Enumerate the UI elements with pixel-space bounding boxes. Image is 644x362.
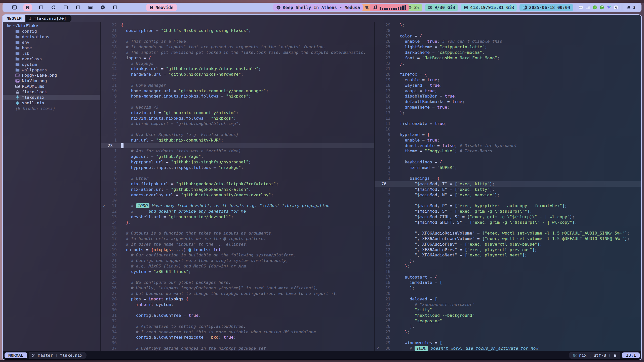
code-line[interactable]: 21 # Configs can support more than a sin… — [101, 258, 374, 263]
code-line[interactable]: 29 inherit system; — [101, 302, 374, 307]
code-line[interactable]: 25 # We configure our global packages he… — [101, 280, 374, 285]
code-line[interactable]: 15 defaultBookmarks = true; — [375, 99, 641, 105]
code-line[interactable]: 24 "nextcloud --background" — [375, 313, 641, 318]
code-line[interactable]: 23 font = "JetBrainsMono Nerd Font Mono"… — [375, 55, 641, 61]
code-line[interactable]: 18 immediate = [ — [375, 280, 641, 285]
code-line[interactable]: 34 # I read somewhere that this is more … — [101, 329, 374, 335]
tree-item-wallpapers[interactable]: wallpapers — [3, 67, 100, 73]
code-line[interactable]: 9 home-manager.inputs.nixpkgs.follows = … — [101, 94, 374, 99]
tree-item-flake-lock[interactable]: flake.lock — [3, 89, 100, 95]
code-line[interactable]: 14 nixpkgs.url = "github:nixos/nixpkgs/n… — [101, 66, 374, 72]
vpn-icon[interactable] — [607, 5, 611, 10]
code-line[interactable]: 26 # Usually, "nixpkgs.legacyPackages.${… — [101, 285, 374, 291]
keepassxc-icon[interactable] — [599, 5, 604, 10]
tree-item-nixvim-png[interactable]: NixVim.png — [3, 78, 100, 84]
code-line[interactable]: 21 delayed = [ — [375, 296, 641, 302]
code-line[interactable]: 4 "$mainMod, P" = ["exec, hyprpicker --a… — [375, 203, 641, 209]
code-line[interactable]: 27 }; — [375, 329, 641, 335]
code-line[interactable]: 10 — [375, 126, 641, 132]
code-line[interactable]: 5 — [101, 170, 374, 176]
code-line[interactable]: 17 autostart = { — [375, 275, 641, 280]
code-line[interactable]: 17 # To handle extra arguments we use th… — [101, 236, 374, 242]
workspace-empty-icon[interactable] — [38, 4, 44, 11]
clock-pill[interactable]: 2025-06-18 00:04 — [519, 4, 573, 11]
media-pill[interactable]: Keep Shelly In Athens - Medusa — [273, 4, 363, 11]
code-line[interactable]: 16 # Outputs is a function that takes th… — [101, 231, 374, 236]
check-circle-icon[interactable] — [592, 5, 597, 10]
code-line[interactable]: 22 # e.g. NixOS (linux) and MacOS (darwi… — [101, 263, 374, 269]
code-line[interactable]: 27 # but because we want to change the n… — [101, 291, 374, 296]
code-line[interactable]: 4 keybindings = { — [375, 159, 641, 165]
code-line[interactable]: 13 }; — [375, 110, 641, 116]
code-line[interactable]: ✓30 # TODO Doesn't work, use focus_on_ac… — [375, 346, 641, 351]
code-line[interactable]: 11 fish.enable = true; — [375, 121, 641, 126]
code-line[interactable]: 2 # Nix User Repository (e.g. Firefox ad… — [101, 132, 374, 138]
workspace-empty-icon[interactable] — [112, 4, 118, 11]
code-line[interactable]: 1 # Ags for widgets (this was a terrible… — [101, 148, 374, 154]
code-line[interactable]: 26 enable = true; # You can't disable th… — [375, 39, 641, 44]
code-line[interactable]: 25 lightScheme = "catppuccin-latte"; — [375, 44, 641, 50]
code-line[interactable]: 22 }; — [375, 61, 641, 66]
code-line[interactable]: 16 — [375, 269, 641, 275]
code-line[interactable]: 2 — [375, 170, 641, 176]
code-line[interactable]: 37 # Overlays define changes in the nixp… — [101, 346, 374, 351]
tree-item-flake-nix[interactable]: flake.nix — [3, 95, 100, 100]
workspace-refresh-icon[interactable] — [50, 4, 57, 11]
code-line[interactable]: 15 — [101, 225, 374, 231]
code-line[interactable]: 19 # This config is a Flake. — [101, 39, 374, 44]
screen-lock-icon[interactable] — [585, 5, 590, 10]
active-window-chip[interactable]: N Neovide — [146, 4, 177, 11]
code-line[interactable]: 6 # Other — [101, 176, 374, 181]
code-line[interactable]: 6 nixvim.url = "github:nix-community/nix… — [101, 110, 374, 116]
code-line[interactable]: 27 color = { — [375, 33, 641, 39]
code-line[interactable]: 12 — [101, 77, 374, 83]
code-line[interactable]: 9 emacs-overlay.url = "github:nix-commun… — [101, 192, 374, 198]
keyboard-icon[interactable] — [578, 5, 583, 10]
code-line[interactable]: 35 config.allowUnfreePredicate = pkg: tr… — [101, 335, 374, 340]
code-line[interactable]: 31 config.allowUnfree = true; — [101, 313, 374, 318]
code-line[interactable]: 3 — [101, 126, 374, 132]
code-line[interactable]: 7 nix-flatpak.url = "github:gmodena/nix-… — [101, 181, 374, 187]
code-line[interactable]: 20 firefox = { — [375, 72, 641, 77]
code-line[interactable]: 10 home-manager.url = "github:nix-commun… — [101, 88, 374, 94]
code-line[interactable]: 12 ", XF86AudioPrev" = ["exec, playerctl… — [375, 247, 641, 253]
tree-item-lib[interactable]: lib — [3, 51, 100, 56]
editor-pane-right[interactable]: 29 };2827 color = {26 enable = true; # Y… — [375, 22, 641, 351]
code-line[interactable]: 15 }; — [375, 263, 641, 269]
code-line[interactable]: 1 bindings = { — [375, 176, 641, 181]
code-line[interactable]: 36 — [101, 340, 374, 346]
code-line[interactable]: 28 — [375, 28, 641, 33]
code-line[interactable]: 14 }; — [101, 220, 374, 225]
code-line[interactable]: 19 outputs = {nixpkgs, ...} @ inputs: le… — [101, 247, 374, 253]
workspace-spotify-icon[interactable] — [99, 4, 106, 11]
tree-item-overlays[interactable]: overlays — [3, 56, 100, 62]
code-line[interactable]: 6 "$mainMod CTRL, S" = ["exec, grim -g \… — [375, 214, 641, 220]
code-line[interactable]: 30 — [101, 307, 374, 313]
code-line[interactable]: 13 devshell.url = "github:numtide/devshe… — [101, 214, 374, 220]
code-line[interactable]: 29 windowrules = [ — [375, 340, 641, 346]
code-line[interactable]: 11 # Home Manager — [101, 83, 374, 88]
code-line[interactable]: 18 wayland = true; — [375, 83, 641, 88]
code-line[interactable]: ✓11 # TODO Move away from devshell, as i… — [101, 203, 374, 209]
code-line[interactable]: 10 — [101, 198, 374, 203]
code-line[interactable]: 29 }; — [375, 22, 641, 28]
workspace-empty-icon[interactable] — [62, 4, 69, 11]
code-line[interactable]: 3 hyprpanel.url = "github:jas-singhfsu/h… — [101, 159, 374, 165]
workspace-neovim-icon[interactable]: N — [23, 4, 32, 11]
code-line[interactable]: 2 "$mainMod, N" = ["exec, neovide"]; — [375, 192, 641, 198]
code-line[interactable]: 8 — [375, 225, 641, 231]
code-line[interactable]: 15 # Nixpkgs — [101, 61, 374, 66]
code-line[interactable]: 5 — [375, 154, 641, 159]
code-line[interactable]: 19 ]; — [375, 285, 641, 291]
code-line[interactable]: 10 ", XF86AudioLowerVolume" = ["exec, wp… — [375, 236, 641, 242]
spotify-tray-icon[interactable] — [614, 5, 618, 10]
code-line[interactable]: 16 disableTabBar = true; — [375, 94, 641, 99]
code-line[interactable]: 2 ags.url = "github:Aylur/ags"; — [101, 154, 374, 159]
workspace-terminal-icon[interactable] — [11, 4, 18, 11]
code-line[interactable]: 14 }; — [375, 258, 641, 263]
code-line[interactable]: 23 "kitty" — [375, 307, 641, 313]
code-line[interactable]: 12 # and doesn't provide any benefits fo… — [101, 209, 374, 214]
code-line[interactable]: 24 — [101, 275, 374, 280]
code-line[interactable]: 23 system = "x86_64-linux"; — [101, 269, 374, 275]
disk-pill[interactable]: 413.19/915.81 GiB — [461, 4, 517, 11]
